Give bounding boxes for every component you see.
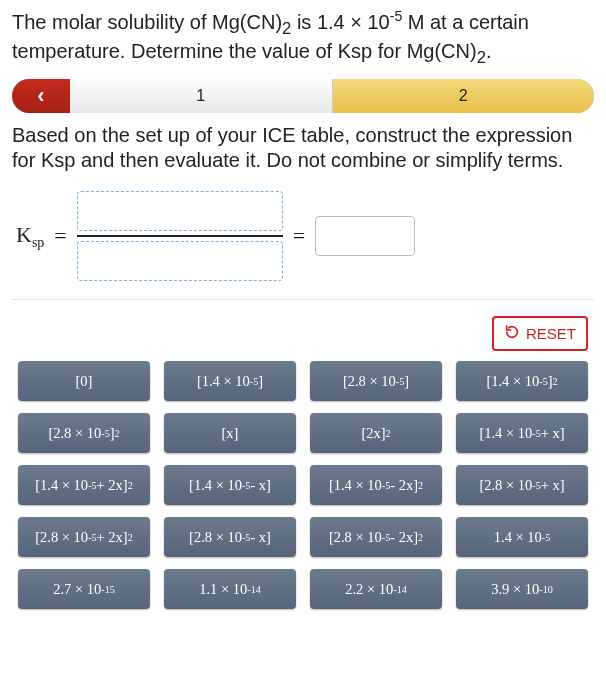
tile-13[interactable]: [2.8 × 10-5 - x]	[164, 517, 296, 557]
equation-row: Ksp = =	[12, 183, 594, 300]
equals-sign-2: =	[293, 223, 305, 249]
reset-label: RESET	[526, 325, 576, 342]
tile-8[interactable]: [1.4 × 10-5 + 2x]2	[18, 465, 150, 505]
question-text: The molar solubility of Mg(CN)2 is 1.4 ×…	[12, 8, 594, 69]
tile-6[interactable]: [2x]2	[310, 413, 442, 453]
tile-4[interactable]: [2.8 × 10-5]2	[18, 413, 150, 453]
tile-10[interactable]: [1.4 × 10-5 - 2x]2	[310, 465, 442, 505]
back-button[interactable]: ‹	[12, 79, 70, 113]
tile-2[interactable]: [2.8 × 10-5]	[310, 361, 442, 401]
step-2[interactable]: 2	[333, 79, 595, 113]
denominator-drop[interactable]	[77, 241, 283, 281]
answer-drop[interactable]	[315, 216, 415, 256]
fraction	[77, 191, 283, 281]
fraction-bar	[77, 235, 283, 237]
tile-bank: [0][1.4 × 10-5][2.8 × 10-5][1.4 × 10-5]2…	[12, 361, 594, 617]
tile-3[interactable]: [1.4 × 10-5]2	[456, 361, 588, 401]
tile-17[interactable]: 1.1 × 10-14	[164, 569, 296, 609]
instruction-text: Based on the set up of your ICE table, c…	[12, 123, 594, 173]
tile-18[interactable]: 2.2 × 10-14	[310, 569, 442, 609]
equals-sign-1: =	[54, 223, 66, 249]
tile-1[interactable]: [1.4 × 10-5]	[164, 361, 296, 401]
tile-12[interactable]: [2.8 × 10-5 + 2x]2	[18, 517, 150, 557]
reset-icon	[504, 324, 520, 343]
step-1[interactable]: 1	[70, 79, 333, 113]
tile-9[interactable]: [1.4 × 10-5 - x]	[164, 465, 296, 505]
reset-button[interactable]: RESET	[492, 316, 588, 351]
tile-15[interactable]: 1.4 × 10-5	[456, 517, 588, 557]
progress-bar: ‹ 1 2	[12, 79, 594, 113]
tile-5[interactable]: [x]	[164, 413, 296, 453]
tile-14[interactable]: [2.8 × 10-5 - 2x]2	[310, 517, 442, 557]
tile-16[interactable]: 2.7 × 10-15	[18, 569, 150, 609]
tile-19[interactable]: 3.9 × 10-10	[456, 569, 588, 609]
numerator-drop[interactable]	[77, 191, 283, 231]
tile-11[interactable]: [2.8 × 10-5 + x]	[456, 465, 588, 505]
ksp-label: Ksp	[16, 222, 44, 251]
tile-7[interactable]: [1.4 × 10-5 + x]	[456, 413, 588, 453]
tile-0[interactable]: [0]	[18, 361, 150, 401]
